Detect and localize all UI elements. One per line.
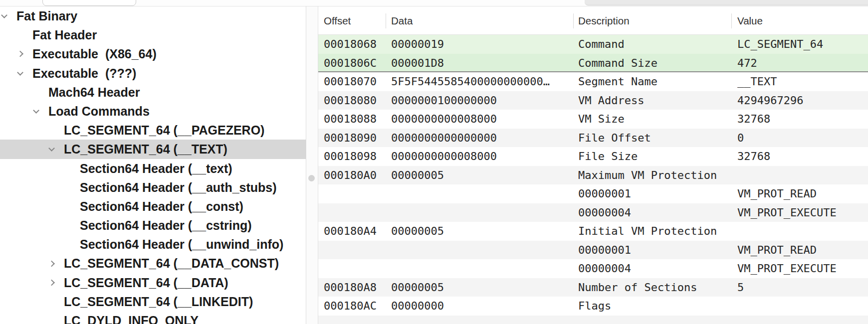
tree-item-label: LC_SEGMENT_64 (__TEXT) xyxy=(64,142,227,156)
cell-description xyxy=(578,316,735,324)
tree-item-label: LC_SEGMENT_64 (__LINKEDIT) xyxy=(64,295,253,309)
tree-item-label: LC_DYLD_INFO_ONLY xyxy=(64,314,199,324)
tree-item-label: Fat Header xyxy=(32,28,97,42)
tree-item[interactable]: Section64 Header (__cstring) xyxy=(0,216,306,235)
table-row[interactable] xyxy=(318,316,868,324)
chevron-down-icon[interactable] xyxy=(17,69,23,76)
tree-item-label: Mach64 Header xyxy=(48,85,140,99)
cell-description: Maximum VM Protection xyxy=(578,166,735,185)
tree-item-label: Section64 Header (__cstring) xyxy=(80,218,252,232)
cell-data: 00000005 xyxy=(391,222,576,241)
tree-item[interactable]: Mach64 Header xyxy=(0,83,306,102)
cell-description: VM Address xyxy=(578,91,735,110)
cell-data: 0000000000000000 xyxy=(391,129,576,148)
toolbar-segmented-control-partial[interactable] xyxy=(42,0,136,6)
table-row[interactable]: 000180AC00000000Flags xyxy=(318,297,868,316)
tree-item[interactable]: Section64 Header (__const) xyxy=(0,197,306,216)
table-row[interactable]: 000180A400000005Initial VM Protection xyxy=(318,222,868,241)
cell-description: VM Size xyxy=(578,110,735,129)
table-row[interactable]: 00000004VM_PROT_EXECUTE xyxy=(318,259,868,278)
cell-value xyxy=(737,166,867,185)
tree-item[interactable]: LC_SEGMENT_64 (__DATA) xyxy=(0,273,306,292)
tree-item[interactable]: Executable (???) xyxy=(0,64,306,83)
splitter-handle-dot[interactable] xyxy=(308,175,315,181)
cell-offset xyxy=(324,259,389,278)
tree-item-label: LC_SEGMENT_64 (__DATA) xyxy=(64,276,228,290)
table-row[interactable]: 00000004VM_PROT_EXECUTE xyxy=(318,203,868,222)
chevron-down-icon[interactable] xyxy=(33,107,39,114)
cell-value: 5 xyxy=(737,278,867,297)
cell-data: 0000000100000000 xyxy=(391,91,576,110)
table-row[interactable]: 0001806C000001D8Command Size472 xyxy=(318,54,868,73)
cell-description: 00000004 xyxy=(578,259,735,278)
detail-table-pane: Offset Data Description Value 0001806800… xyxy=(318,6,868,324)
column-separator[interactable] xyxy=(731,13,732,28)
cell-description: 00000004 xyxy=(578,203,735,222)
chevron-right-icon[interactable] xyxy=(48,260,55,267)
table-row[interactable]: 00000001VM_PROT_READ xyxy=(318,241,868,260)
cell-value: VM_PROT_EXECUTE xyxy=(737,203,867,222)
chevron-right-icon[interactable] xyxy=(48,279,55,286)
cell-offset xyxy=(324,203,389,222)
tree-item[interactable]: Section64 Header (__auth_stubs) xyxy=(0,178,306,197)
cell-offset: 00018090 xyxy=(324,129,389,148)
pane-splitter[interactable] xyxy=(307,6,318,324)
tree-item[interactable]: LC_DYLD_INFO_ONLY xyxy=(0,311,306,324)
cell-data xyxy=(391,241,576,260)
column-separator[interactable] xyxy=(573,13,574,28)
cell-value: 472 xyxy=(737,54,867,73)
column-header-offset: Offset xyxy=(324,6,351,35)
cell-data: 00000005 xyxy=(391,278,576,297)
table-row[interactable]: 0001806800000019CommandLC_SEGMENT_64 xyxy=(318,35,868,54)
cell-offset: 000180A0 xyxy=(324,166,389,185)
cell-value: VM_PROT_READ xyxy=(737,241,867,260)
tree-item[interactable]: Fat Binary xyxy=(0,6,306,25)
tree-item[interactable]: Fat Header xyxy=(0,25,306,44)
cell-data: 000001D8 xyxy=(391,54,576,73)
cell-value xyxy=(737,222,867,241)
table-row[interactable]: 000180705F5F5445585400000000000…Segment … xyxy=(318,72,868,91)
toolbar-field-partial[interactable] xyxy=(585,0,868,5)
tree-item[interactable]: Section64 Header (__text) xyxy=(0,159,306,178)
table-row[interactable]: 000180A000000005Maximum VM Protection xyxy=(318,166,868,185)
cell-offset: 000180A4 xyxy=(324,222,389,241)
table-row[interactable]: 000180900000000000000000File Offset0 xyxy=(318,129,868,148)
cell-data: 5F5F5445585400000000000… xyxy=(391,72,576,91)
tree-item-label: Executable (X86_64) xyxy=(32,47,157,61)
table-row[interactable]: 000180980000000000008000File Size32768 xyxy=(318,147,868,166)
tree-item[interactable]: Load Commands xyxy=(0,102,306,121)
table-row[interactable]: 000180880000000000008000VM Size32768 xyxy=(318,110,868,129)
cell-value xyxy=(737,316,867,324)
tree-item[interactable]: Section64 Header (__unwind_info) xyxy=(0,235,306,254)
tree-item-label: LC_SEGMENT_64 (__PAGEZERO) xyxy=(64,123,264,137)
tree-item[interactable]: LC_SEGMENT_64 (__PAGEZERO) xyxy=(0,121,306,140)
table-row[interactable]: 00000001VM_PROT_READ xyxy=(318,184,868,203)
cell-description: 00000001 xyxy=(578,241,735,260)
cell-data: 00000005 xyxy=(391,166,576,185)
cell-data xyxy=(391,316,576,324)
cell-offset xyxy=(324,241,389,260)
table-header: Offset Data Description Value xyxy=(318,6,868,35)
cell-offset: 00018098 xyxy=(324,147,389,166)
table-row[interactable]: 000180A800000005Number of Sections5 xyxy=(318,278,868,297)
cell-description: Command Size xyxy=(578,54,735,73)
chevron-down-icon[interactable] xyxy=(1,12,7,18)
tree-item[interactable]: LC_SEGMENT_64 (__DATA_CONST) xyxy=(0,254,306,273)
structure-tree-sidebar: Fat BinaryFat HeaderExecutable (X86_64)E… xyxy=(0,6,306,324)
cell-description: File Size xyxy=(578,147,735,166)
chevron-right-icon[interactable] xyxy=(17,51,23,57)
tree-item[interactable]: Executable (X86_64) xyxy=(0,44,306,63)
table-row[interactable]: 000180800000000100000000VM Address429496… xyxy=(318,91,868,110)
cell-value: VM_PROT_READ xyxy=(737,184,867,203)
cell-data xyxy=(391,259,576,278)
cell-description: Command xyxy=(578,35,735,54)
cell-value: 32768 xyxy=(737,110,867,129)
cell-data: 00000019 xyxy=(391,35,576,54)
tree-item[interactable]: LC_SEGMENT_64 (__LINKEDIT) xyxy=(0,292,306,311)
cell-offset: 0001806C xyxy=(324,54,389,73)
column-separator[interactable] xyxy=(386,13,386,28)
tree-item[interactable]: LC_SEGMENT_64 (__TEXT) xyxy=(0,140,306,159)
chevron-down-icon[interactable] xyxy=(48,145,55,152)
cell-offset: 00018070 xyxy=(324,72,389,91)
tree-item-label: Section64 Header (__unwind_info) xyxy=(80,237,283,251)
